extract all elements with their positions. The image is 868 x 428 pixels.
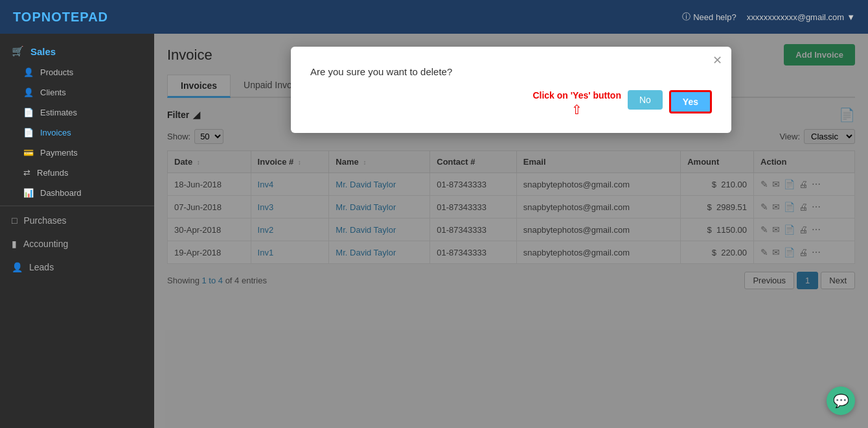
purchases-label: Purchases bbox=[23, 215, 66, 226]
refunds-icon: ⇄ bbox=[23, 168, 30, 178]
refunds-label: Refunds bbox=[37, 168, 68, 178]
navbar: TopNotepad ⓘ Need help? xxxxxxxxxxxx@gma… bbox=[0, 0, 868, 34]
modal-overlay: ✕ Are you sure you want to delete? Click… bbox=[154, 34, 868, 428]
layout: 🛒 Sales 👤 Products 👤 Clients 📄 Estimates… bbox=[0, 34, 868, 428]
sales-label: Sales bbox=[30, 46, 56, 57]
arrow-up-icon: ⇧ bbox=[571, 102, 582, 117]
modal-question: Are you sure you want to delete? bbox=[310, 66, 712, 77]
chat-icon: 💬 bbox=[833, 393, 849, 409]
delete-confirm-modal: ✕ Are you sure you want to delete? Click… bbox=[291, 47, 731, 133]
brand-name: Notepad bbox=[41, 10, 108, 24]
modal-footer: Click on 'Yes' button ⇧ No Yes bbox=[310, 90, 712, 117]
clients-icon: 👤 bbox=[23, 88, 34, 97]
chevron-down-icon: ▼ bbox=[847, 12, 855, 22]
sidebar-item-estimates[interactable]: 📄 Estimates bbox=[0, 102, 154, 123]
help-circle-icon: ⓘ bbox=[682, 11, 691, 23]
payments-icon: 💳 bbox=[23, 148, 34, 158]
sales-icon: 🛒 bbox=[12, 45, 24, 57]
app-brand: TopNotepad bbox=[13, 10, 108, 25]
email-text: xxxxxxxxxxxx@gmail.com bbox=[747, 12, 844, 22]
products-label: Products bbox=[40, 67, 73, 77]
sidebar-item-payments[interactable]: 💳 Payments bbox=[0, 143, 154, 163]
invoices-icon: 📄 bbox=[23, 128, 34, 137]
sidebar-section-accounting[interactable]: ▮ Accounting bbox=[0, 232, 154, 256]
purchases-expand-icon: □ bbox=[12, 215, 17, 226]
invoices-label: Invoices bbox=[40, 128, 71, 137]
sidebar-item-products[interactable]: 👤 Products bbox=[0, 62, 154, 82]
payments-label: Payments bbox=[40, 148, 78, 158]
clients-label: Clients bbox=[40, 88, 66, 97]
leads-label: Leads bbox=[29, 262, 54, 272]
brand-highlight: Top bbox=[13, 10, 41, 24]
modal-yes-button[interactable]: Yes bbox=[669, 90, 712, 113]
products-icon: 👤 bbox=[23, 67, 34, 77]
help-link[interactable]: ⓘ Need help? bbox=[682, 11, 737, 23]
sidebar: 🛒 Sales 👤 Products 👤 Clients 📄 Estimates… bbox=[0, 34, 154, 428]
click-hint-container: Click on 'Yes' button ⇧ bbox=[532, 90, 621, 117]
dashboard-label: Dashboard bbox=[40, 188, 82, 198]
sidebar-section-purchases[interactable]: □ Purchases bbox=[0, 209, 154, 232]
sidebar-item-invoices[interactable]: 📄 Invoices bbox=[0, 123, 154, 143]
accounting-icon: ▮ bbox=[12, 239, 17, 249]
estimates-icon: 📄 bbox=[23, 108, 34, 117]
user-email[interactable]: xxxxxxxxxxxx@gmail.com ▼ bbox=[747, 12, 855, 22]
sidebar-header-sales[interactable]: 🛒 Sales bbox=[0, 40, 154, 62]
sidebar-item-dashboard[interactable]: 📊 Dashboard bbox=[0, 183, 154, 203]
click-hint-text: Click on 'Yes' button bbox=[532, 90, 621, 101]
sidebar-item-clients[interactable]: 👤 Clients bbox=[0, 82, 154, 102]
sidebar-item-refunds[interactable]: ⇄ Refunds bbox=[0, 163, 154, 183]
dashboard-icon: 📊 bbox=[23, 188, 34, 198]
navbar-right: ⓘ Need help? xxxxxxxxxxxx@gmail.com ▼ bbox=[682, 11, 855, 23]
leads-icon: 👤 bbox=[12, 262, 23, 272]
sidebar-section-leads[interactable]: 👤 Leads bbox=[0, 256, 154, 279]
estimates-label: Estimates bbox=[40, 108, 77, 117]
main-content: Invoice Add Invoice Invoices Unpaid Invo… bbox=[154, 34, 868, 428]
modal-close-button[interactable]: ✕ bbox=[713, 53, 722, 67]
chat-bubble[interactable]: 💬 bbox=[827, 386, 855, 415]
help-text: Need help? bbox=[693, 12, 737, 22]
accounting-label: Accounting bbox=[23, 239, 68, 249]
modal-no-button[interactable]: No bbox=[628, 90, 663, 110]
